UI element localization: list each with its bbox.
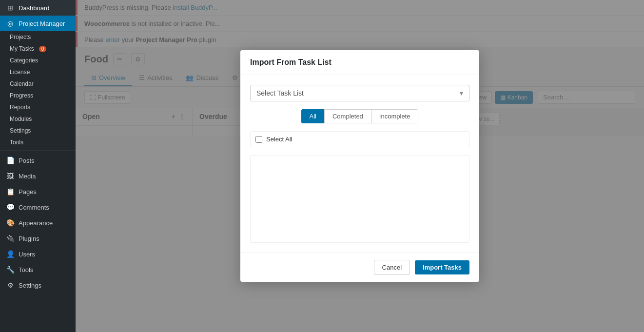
sidebar-item-calendar[interactable]: Calendar	[4, 78, 76, 90]
import-tasks-button[interactable]: Import Tasks	[415, 260, 469, 274]
sidebar-item-posts[interactable]: 📄 Posts	[0, 153, 76, 168]
sidebar-item-tools[interactable]: 🔧 Tools	[0, 262, 76, 277]
appearance-icon: 🎨	[6, 219, 15, 227]
modal-title: Import From Task List	[250, 58, 332, 66]
appearance-label: Appearance	[19, 219, 53, 227]
my-tasks-label: My Tasks	[10, 45, 34, 52]
my-tasks-badge: 0	[39, 46, 47, 52]
plugins-icon: 🔌	[6, 234, 15, 242]
sidebar-item-media[interactable]: 🖼 Media	[0, 168, 76, 184]
modal-header: Import From Task List	[240, 50, 479, 75]
users-icon: 👤	[6, 250, 15, 258]
filter-tab-completed[interactable]: Completed	[324, 109, 371, 123]
sidebar-item-tools-pm[interactable]: Tools	[4, 137, 76, 148]
tools-pm-label: Tools	[10, 139, 23, 146]
media-icon: 🖼	[6, 172, 15, 180]
sidebar-item-my-tasks[interactable]: My Tasks 0	[4, 43, 76, 55]
sidebar-item-dashboard[interactable]: ⊞ Dashboard	[0, 0, 76, 16]
project-manager-icon: ◎	[6, 20, 15, 27]
tools-icon: 🔧	[6, 266, 15, 273]
comments-label: Comments	[19, 204, 49, 211]
license-label: License	[10, 69, 30, 76]
reports-label: Reports	[10, 104, 30, 111]
cancel-button[interactable]: Cancel	[374, 260, 410, 275]
filter-tab-incomplete[interactable]: Incomplete	[371, 109, 419, 123]
select-all-row: Select All	[250, 131, 469, 147]
users-label: Users	[19, 251, 35, 258]
pages-icon: 📋	[6, 188, 15, 195]
pages-label: Pages	[19, 188, 37, 195]
sidebar-item-pages[interactable]: 📋 Pages	[0, 184, 76, 199]
categories-label: Categories	[10, 57, 38, 64]
filter-tab-all-label: All	[310, 113, 316, 120]
sidebar-item-modules[interactable]: Modules	[4, 113, 76, 125]
tools-label: Tools	[19, 266, 33, 273]
task-list-select-placeholder: Select Task List	[256, 89, 304, 97]
sidebar-item-categories[interactable]: Categories	[4, 55, 76, 66]
sidebar-item-label: Dashboard	[19, 4, 50, 12]
posts-label: Posts	[19, 157, 35, 164]
main-content: BuddyPress is missing. Please install Bu…	[76, 0, 644, 332]
modules-label: Modules	[10, 116, 32, 122]
chevron-down-icon: ▾	[460, 89, 463, 97]
plugins-label: Plugins	[19, 235, 39, 242]
project-manager-submenu: Projects My Tasks 0 Categories License C…	[0, 31, 76, 148]
sidebar-item-project-manager[interactable]: ◎ Project Manager	[0, 16, 76, 31]
select-all-label: Select All	[266, 136, 292, 143]
sidebar-item-projects[interactable]: Projects	[4, 31, 76, 43]
media-label: Media	[19, 173, 36, 180]
task-list-area	[250, 155, 469, 243]
filter-tabs: All Completed Incomplete	[301, 109, 419, 123]
sidebar-item-label: Project Manager	[19, 20, 65, 27]
settings-pm-label: Settings	[10, 127, 31, 134]
settings-label: Settings	[19, 282, 41, 289]
sidebar-item-plugins[interactable]: 🔌 Plugins	[0, 231, 76, 246]
modal-body: Select Task List ▾ All Completed Incompl…	[240, 75, 479, 253]
import-task-list-modal: Import From Task List Select Task List ▾…	[240, 50, 479, 282]
sidebar-item-settings-pm[interactable]: Settings	[4, 125, 76, 137]
filter-tab-all[interactable]: All	[301, 109, 324, 123]
sidebar-item-users[interactable]: 👤 Users	[0, 246, 76, 262]
sidebar: ⊞ Dashboard ◎ Project Manager Projects M…	[0, 0, 76, 332]
select-all-checkbox[interactable]	[255, 136, 262, 143]
sidebar-item-appearance[interactable]: 🎨 Appearance	[0, 215, 76, 231]
sidebar-item-settings[interactable]: ⚙ Settings	[0, 277, 76, 293]
sidebar-item-reports[interactable]: Reports	[4, 101, 76, 113]
calendar-label: Calendar	[10, 80, 34, 87]
projects-label: Projects	[10, 34, 31, 40]
filter-tab-incomplete-label: Incomplete	[379, 113, 410, 120]
sidebar-item-license[interactable]: License	[4, 66, 76, 78]
modal-overlay: Import From Task List Select Task List ▾…	[76, 0, 644, 332]
modal-footer: Cancel Import Tasks	[240, 253, 479, 282]
dashboard-icon: ⊞	[6, 4, 15, 12]
sidebar-item-comments[interactable]: 💬 Comments	[0, 199, 76, 215]
comments-icon: 💬	[6, 203, 15, 211]
posts-icon: 📄	[6, 156, 15, 164]
settings-icon: ⚙	[6, 281, 15, 289]
progress-label: Progress	[10, 92, 33, 99]
filter-tab-completed-label: Completed	[332, 113, 363, 120]
sidebar-item-progress[interactable]: Progress	[4, 90, 76, 101]
task-list-select[interactable]: Select Task List ▾	[250, 85, 469, 101]
